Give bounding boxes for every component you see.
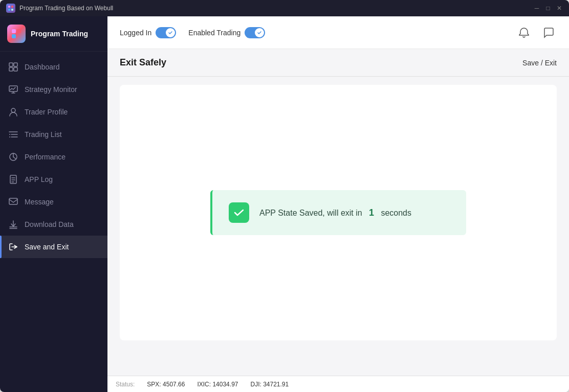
- sidebar-item-dashboard[interactable]: Dashboard: [0, 56, 107, 78]
- status-ixic: IXIC: 14034.97: [197, 381, 238, 388]
- svg-rect-5: [17, 29, 21, 33]
- sidebar-item-strategy-monitor[interactable]: Strategy Monitor: [0, 78, 107, 101]
- topbar-left: Logged In Enabled Trading: [120, 27, 516, 38]
- close-button[interactable]: ✕: [556, 5, 563, 12]
- status-bar: Status: SPX: 4507.66 IXIC: 14034.97 DJI:…: [107, 376, 569, 392]
- notification-button[interactable]: [516, 25, 532, 41]
- success-text-before: APP State Saved, will exit in: [259, 209, 362, 217]
- logo-icon: [11, 28, 22, 39]
- page-content: Exit Safely Save / Exit: [107, 49, 569, 376]
- svg-rect-11: [9, 86, 17, 91]
- minimize-button[interactable]: ─: [533, 5, 540, 12]
- window-controls: ─ □ ✕: [533, 5, 563, 12]
- monitor-icon: [8, 84, 18, 95]
- toggle-knob-2: [255, 28, 264, 37]
- svg-rect-1: [11, 6, 13, 8]
- title-bar: Program Trading Based on Webull ─ □ ✕: [0, 0, 569, 16]
- sidebar-item-message[interactable]: Message: [0, 191, 107, 213]
- main-panel: APP State Saved, will exit in 1 seconds: [107, 77, 569, 376]
- logged-in-item: Logged In: [120, 27, 176, 38]
- download-icon: [8, 219, 18, 229]
- sidebar-item-label: Save and Exit: [25, 243, 69, 251]
- countdown-number: 1: [369, 207, 374, 218]
- save-exit-action[interactable]: Save / Exit: [522, 59, 557, 67]
- logged-in-label: Logged In: [120, 29, 151, 37]
- sidebar-nav: Dashboard Strategy Monitor: [0, 52, 107, 392]
- status-label: Status:: [116, 381, 135, 388]
- svg-rect-6: [12, 34, 16, 38]
- topbar-right: [516, 25, 557, 41]
- sidebar-item-label: Dashboard: [25, 63, 60, 71]
- sidebar-logo: [7, 25, 26, 43]
- status-spx: SPX: 4507.66: [147, 381, 185, 388]
- status-dji: DJI: 34721.91: [250, 381, 289, 388]
- success-text: APP State Saved, will exit in 1 seconds: [259, 207, 411, 218]
- maximize-button[interactable]: □: [544, 5, 552, 12]
- svg-line-22: [13, 157, 16, 159]
- svg-rect-3: [11, 9, 13, 11]
- main-layout: Program Trading Dashboard: [0, 16, 569, 392]
- user-icon: [8, 107, 18, 117]
- logged-in-toggle[interactable]: [156, 27, 176, 38]
- sidebar-item-app-log[interactable]: APP Log: [0, 168, 107, 191]
- message-icon: [8, 197, 18, 207]
- sidebar-item-label: Download Data: [25, 220, 74, 228]
- grid-icon: [8, 62, 18, 72]
- svg-rect-2: [8, 9, 10, 11]
- sidebar-item-label: APP Log: [25, 175, 53, 183]
- sidebar-app-name: Program Trading: [31, 30, 88, 38]
- list-icon: [8, 129, 18, 140]
- page-title: Exit Safely: [120, 57, 166, 68]
- panel-box: APP State Saved, will exit in 1 seconds: [120, 85, 557, 340]
- content-area: Logged In Enabled Trading: [107, 16, 569, 392]
- enabled-trading-item: Enabled Trading: [188, 27, 265, 38]
- sidebar-item-trading-list[interactable]: Trading List: [0, 123, 107, 146]
- svg-point-14: [11, 108, 15, 112]
- page-header: Exit Safely Save / Exit: [107, 49, 569, 77]
- svg-rect-10: [14, 67, 17, 71]
- chat-button[interactable]: [540, 25, 557, 41]
- sidebar: Program Trading Dashboard: [0, 16, 107, 392]
- success-icon: [229, 202, 249, 223]
- svg-point-19: [9, 136, 10, 137]
- svg-rect-9: [9, 67, 13, 71]
- sidebar-item-download-data[interactable]: Download Data: [0, 213, 107, 236]
- svg-rect-4: [12, 29, 16, 33]
- sidebar-item-label: Trading List: [25, 130, 62, 139]
- app-window: Program Trading Based on Webull ─ □ ✕: [0, 0, 569, 392]
- success-message: APP State Saved, will exit in 1 seconds: [210, 190, 466, 235]
- enabled-trading-label: Enabled Trading: [188, 29, 240, 37]
- app-icon: [6, 4, 15, 13]
- sidebar-item-label: Message: [25, 198, 54, 206]
- svg-rect-27: [9, 198, 17, 204]
- sidebar-item-label: Strategy Monitor: [25, 85, 77, 94]
- svg-point-17: [9, 134, 10, 135]
- sidebar-item-save-and-exit[interactable]: Save and Exit: [0, 236, 107, 258]
- sidebar-item-label: Performance: [25, 153, 65, 161]
- exit-icon: [8, 242, 18, 252]
- svg-rect-0: [8, 6, 10, 8]
- log-icon: [8, 174, 18, 185]
- sidebar-header: Program Trading: [0, 16, 107, 52]
- sidebar-item-label: Trader Profile: [25, 108, 68, 116]
- chart-icon: [8, 152, 18, 162]
- window-title: Program Trading Based on Webull: [19, 5, 533, 12]
- enabled-trading-toggle[interactable]: [245, 27, 265, 38]
- svg-rect-8: [14, 63, 17, 66]
- success-text-after: seconds: [381, 209, 411, 217]
- topbar: Logged In Enabled Trading: [107, 16, 569, 49]
- svg-rect-7: [9, 63, 13, 66]
- toggle-knob: [166, 28, 175, 37]
- sidebar-item-performance[interactable]: Performance: [0, 146, 107, 168]
- sidebar-item-trader-profile[interactable]: Trader Profile: [0, 101, 107, 123]
